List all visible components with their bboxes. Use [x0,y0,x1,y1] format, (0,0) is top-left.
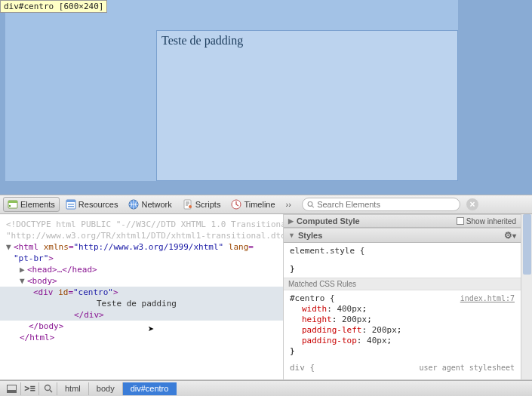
tab-network[interactable]: Network [124,197,176,212]
doctype-line-2: "http://www.w3.org/TR/xhtml1/DTD/xhtml1-… [6,230,277,241]
disclosure-right-icon[interactable]: ▶ [20,264,27,275]
rendered-page-preview: Teste de padding div#centro [600×240] [0,0,532,195]
disclosure-down-icon[interactable]: ▼ [20,275,27,287]
matched-rules-header: Matched CSS Rules [284,278,521,290]
crumb-centro[interactable]: div#centro [123,382,177,395]
tab-resources-label: Resources [78,200,118,209]
source-link-ua: user agent stylesheet [420,363,515,373]
show-inherited-label: Show inherited [466,217,516,226]
crumb-centro-label: div#centro [131,384,169,393]
elements-panel[interactable]: <!DOCTYPE html PUBLIC "-//W3C//DTD XHTML… [0,214,283,379]
brace-close: } [290,346,515,357]
network-icon [128,199,139,210]
scrollbar[interactable] [521,214,532,379]
attr-xmlns: xmlns [44,242,69,252]
attr-lang: lang [229,242,249,252]
status-bar: >≡ html body div#centro [0,380,532,396]
close-icon: × [469,199,475,210]
svg-rect-1 [8,201,17,203]
styles-content[interactable]: ▶ Computed Style Show inherited ▼ Styles… [284,214,521,379]
head-node[interactable]: ▶<head>…</head> [6,264,277,275]
console-icon: >≡ [24,383,35,394]
dock-button[interactable] [3,382,21,395]
search-box[interactable] [302,198,460,211]
tag-html: <html [14,242,44,252]
devtools-body: <!DOCTYPE html PUBLIC "-//W3C//DTD XHTML… [0,214,532,380]
crumb-body[interactable]: body [89,382,123,395]
tab-timeline-label: Timeline [244,200,275,209]
svg-line-12 [312,205,314,207]
centro-text: Teste de padding [161,34,243,47]
elements-icon [8,199,18,210]
source-link[interactable]: index.html:7 [460,293,515,304]
checkbox-icon [457,217,464,225]
doctype-line: <!DOCTYPE html PUBLIC "-//W3C//DTD XHTML… [6,219,277,230]
text-node[interactable]: Teste de padding [0,298,283,309]
html-close: </html> [6,332,277,343]
crumb-html[interactable]: html [57,382,89,395]
brace-close: } [290,264,515,275]
prop-height[interactable]: height: 200px; [290,315,515,325]
prop-width[interactable]: width: 400px; [290,304,515,315]
centro-rule[interactable]: index.html:7 #centro { width: 400px; hei… [284,290,521,360]
element-tooltip: div#centro [600×240] [0,0,107,13]
centro-content-box: Teste de padding [156,30,458,181]
selector-element-style: element.style { [290,246,515,256]
prop-padding-left[interactable]: padding-left: 200px; [290,325,515,336]
div-close[interactable]: </div> [0,309,283,321]
centro-highlight: Teste de padding [5,0,458,181]
element-style-rule[interactable]: element.style { } [284,243,521,278]
show-inherited-checkbox[interactable]: Show inherited [457,217,516,226]
svg-rect-14 [8,390,17,393]
html-lang-val: "pt-br"> [6,253,277,264]
body-close: </body> [6,321,277,332]
computed-style-label: Computed Style [297,216,360,226]
svg-rect-4 [66,200,75,202]
dock-icon [7,385,17,393]
styles-panel: ▶ Computed Style Show inherited ▼ Styles… [283,214,532,379]
svg-rect-5 [68,204,74,205]
scripts-icon [183,199,193,210]
tab-elements-label: Elements [20,200,55,209]
scroll-thumb[interactable] [523,214,531,275]
styles-section-header[interactable]: ▼ Styles ⚙▾ [284,228,521,243]
tooltip-label: div#centro [600×240] [4,2,103,11]
search-input[interactable] [317,200,455,209]
tab-timeline[interactable]: Timeline [226,197,279,212]
svg-line-16 [50,390,52,392]
svg-point-2 [9,205,11,207]
tab-resources[interactable]: Resources [61,197,123,212]
crumb-html-label: html [65,384,81,393]
svg-rect-6 [68,206,74,207]
disclosure-right-icon[interactable]: ▶ [288,217,294,225]
toolbar-more[interactable]: ›› [281,200,296,209]
resources-icon [66,199,76,210]
div-ua-rule[interactable]: user agent stylesheet div { [284,360,521,376]
styles-section-label: Styles [298,231,322,240]
html-open[interactable]: ▼<html xmlns="http://www.w3.org/1999/xht… [6,241,277,253]
inspect-button[interactable] [39,382,57,395]
svg-point-11 [308,201,312,206]
computed-style-header[interactable]: ▶ Computed Style Show inherited [284,214,521,228]
devtools-toolbar: Elements Resources Network Scripts Timel… [0,195,532,214]
attr-xmlns-val: "http://www.w3.org/1999/xhtml" [74,242,224,252]
magnifier-icon [44,384,53,393]
disclosure-down-icon[interactable]: ▼ [6,241,14,253]
search-icon [307,201,315,209]
close-devtools-button[interactable]: × [466,198,478,210]
crumb-body-label: body [97,384,115,393]
svg-point-9 [189,205,192,208]
prop-padding-top[interactable]: padding-top: 40px; [290,336,515,346]
disclosure-down-icon[interactable]: ▼ [288,232,295,239]
timeline-icon [231,199,241,210]
div-centro-node[interactable]: <div id="centro"> [0,287,283,298]
svg-point-15 [45,385,50,391]
tab-elements[interactable]: Elements [3,197,60,212]
tab-network-label: Network [141,200,171,209]
tab-scripts-label: Scripts [195,200,221,209]
tab-scripts[interactable]: Scripts [178,197,226,212]
body-open[interactable]: ▼<body> [6,275,277,287]
gear-icon[interactable]: ⚙▾ [504,230,516,241]
console-button[interactable]: >≡ [21,382,39,395]
